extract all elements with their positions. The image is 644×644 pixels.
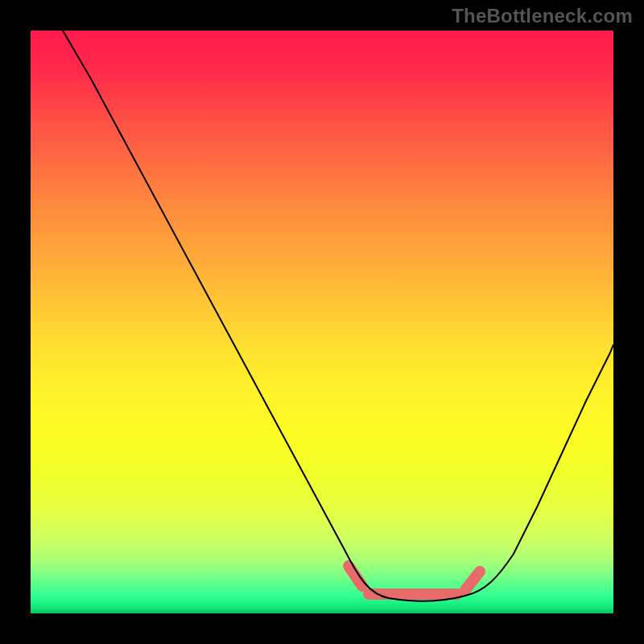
bottleneck-curve-line — [63, 31, 613, 601]
accent-right-dash — [465, 572, 480, 590]
curve-svg — [31, 31, 613, 613]
chart-frame: TheBottleneck.com — [0, 0, 644, 644]
watermark-text: TheBottleneck.com — [452, 5, 633, 27]
plot-area — [31, 31, 613, 613]
